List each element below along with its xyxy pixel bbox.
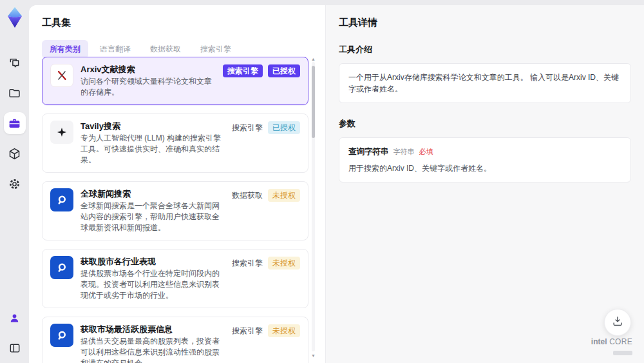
cube-icon — [8, 147, 21, 161]
intro-text: 一个用于从Arxiv存储库搜索科学论文和文章的工具。 输入可以是Arxiv ID… — [348, 73, 619, 93]
param-name: 查询字符串 — [348, 146, 389, 157]
brand-core-text: CORE — [609, 337, 632, 346]
category-badge: 搜索引擎 — [223, 64, 263, 77]
intro-box: 一个用于从Arxiv存储库搜索科学论文和文章的工具。 输入可以是Arxiv ID… — [339, 63, 631, 103]
tool-name: Arxiv文献搜索 — [80, 64, 216, 75]
tool-description: 访问各个研究领域大量科学论文和文章的存储库。 — [80, 76, 216, 98]
sidebar-item-files[interactable] — [4, 82, 26, 104]
auth-status-badge: 已授权 — [268, 121, 300, 134]
news-search-icon — [50, 256, 73, 279]
toolset-panel: 工具集 所有类别 语言翻译 数据获取 搜索引擎 Arxiv文献搜索 访问各个研究… — [29, 5, 325, 363]
page-title: 工具集 — [42, 17, 312, 29]
news-search-icon — [50, 324, 73, 347]
scroll-up-arrow[interactable]: ▲ — [311, 57, 316, 61]
tool-description: 提供当天交易量最高的股票列表，投资者可以利用这些信息来识别流动性强的股票和潜在的… — [80, 336, 225, 363]
tool-card-sector-performance[interactable]: 获取股市各行业表现 提供股票市场各个行业在特定时间段内的表现。投资者可以利用这些… — [42, 249, 308, 308]
tool-card-arxiv[interactable]: Arxiv文献搜索 访问各个研究领域大量科学论文和文章的存储库。 搜索引擎 已授… — [42, 57, 308, 105]
tool-name: Tavily搜索 — [80, 121, 225, 132]
tool-description: 提供股票市场各个行业在特定时间段内的表现。投资者可以利用这些信息来识别表现优于或… — [80, 268, 225, 301]
detail-title: 工具详情 — [339, 17, 631, 29]
briefcase-icon — [8, 117, 21, 130]
category-label: 搜索引擎 — [232, 326, 263, 337]
main-content: 工具集 所有类别 语言翻译 数据获取 搜索引擎 Arxiv文献搜索 访问各个研究… — [29, 5, 644, 363]
download-icon — [611, 315, 624, 330]
scroll-down-arrow[interactable]: ▼ — [311, 353, 316, 358]
tool-description: 全球新闻搜索是一个聚合全球各大新闻网站内容的搜索引擎，帮助用户快速获取全球最新资… — [80, 201, 225, 233]
arxiv-logo-icon — [50, 64, 73, 87]
tool-card-most-active-stocks[interactable]: 获取市场最活跃股票信息 提供当天交易量最高的股票列表，投资者可以利用这些信息来识… — [42, 317, 308, 363]
tool-name: 获取股市各行业表现 — [80, 256, 225, 267]
folder-icon — [8, 86, 21, 100]
auth-status-badge: 未授权 — [268, 324, 300, 337]
category-label: 搜索引擎 — [232, 123, 263, 133]
gear-icon — [8, 177, 21, 191]
param-type: 字符串 — [393, 146, 415, 157]
auth-status-badge: 未授权 — [268, 189, 300, 202]
auth-status-badge: 已授权 — [268, 64, 300, 77]
panel-toggle-icon — [8, 342, 21, 355]
tab-language-translation[interactable]: 语言翻译 — [92, 40, 138, 59]
news-search-icon — [50, 188, 73, 211]
auth-status-badge: 未授权 — [268, 257, 300, 270]
tab-search-engine[interactable]: 搜索引擎 — [193, 40, 239, 59]
category-label: 搜索引擎 — [232, 258, 263, 269]
download-button[interactable] — [604, 309, 631, 336]
params-heading: 参数 — [339, 118, 631, 130]
sidebar-item-collapse[interactable] — [4, 337, 26, 359]
sidebar-item-chat[interactable] — [4, 52, 26, 74]
category-tabs: 所有类别 语言翻译 数据获取 搜索引擎 — [42, 40, 312, 59]
scrollbar-thumb[interactable] — [312, 66, 315, 138]
category-label: 数据获取 — [232, 190, 263, 201]
tool-name: 全球新闻搜索 — [80, 188, 225, 199]
sidebar-item-models[interactable] — [4, 142, 26, 164]
parameter-box: 查询字符串 字符串 必填 用于搜索的Arxiv ID、关键字或作者姓名。 — [339, 137, 631, 182]
intro-heading: 工具介绍 — [339, 44, 631, 55]
tool-card-tavily[interactable]: Tavily搜索 专为人工智能代理 (LLM) 构建的搜索引擎工具。可快速提供实… — [42, 113, 308, 173]
tab-data-retrieval[interactable]: 数据获取 — [142, 40, 189, 59]
param-required-label: 必填 — [419, 146, 433, 157]
sidebar-item-profile[interactable] — [4, 307, 26, 329]
tool-card-global-news[interactable]: 全球新闻搜索 全球新闻搜索是一个聚合全球各大新闻网站内容的搜索引擎，帮助用户快速… — [42, 181, 308, 240]
user-icon — [8, 312, 21, 324]
list-scrollbar[interactable] — [312, 62, 315, 351]
param-description: 用于搜索的Arxiv ID、关键字或作者姓名。 — [348, 162, 621, 174]
intel-core-brand: intel CORE — [591, 337, 632, 358]
app-logo-icon — [5, 6, 24, 28]
tab-all-categories[interactable]: 所有类别 — [42, 40, 88, 59]
sidebar-item-toolset[interactable] — [4, 112, 26, 134]
tool-name: 获取市场最活跃股票信息 — [80, 324, 225, 335]
brand-sub-bar — [613, 351, 632, 355]
tool-description: 专为人工智能代理 (LLM) 构建的搜索引擎工具。可快速提供实时、准确和真实的结… — [80, 133, 225, 166]
tavily-star-icon — [50, 121, 73, 144]
app-sidebar — [0, 0, 29, 363]
tool-detail-panel: 工具详情 工具介绍 一个用于从Arxiv存储库搜索科学论文和文章的工具。 输入可… — [325, 5, 644, 363]
sidebar-item-settings[interactable] — [4, 173, 26, 195]
tool-list: Arxiv文献搜索 访问各个研究领域大量科学论文和文章的存储库。 搜索引擎 已授… — [42, 57, 308, 363]
chat-icon — [8, 56, 21, 70]
